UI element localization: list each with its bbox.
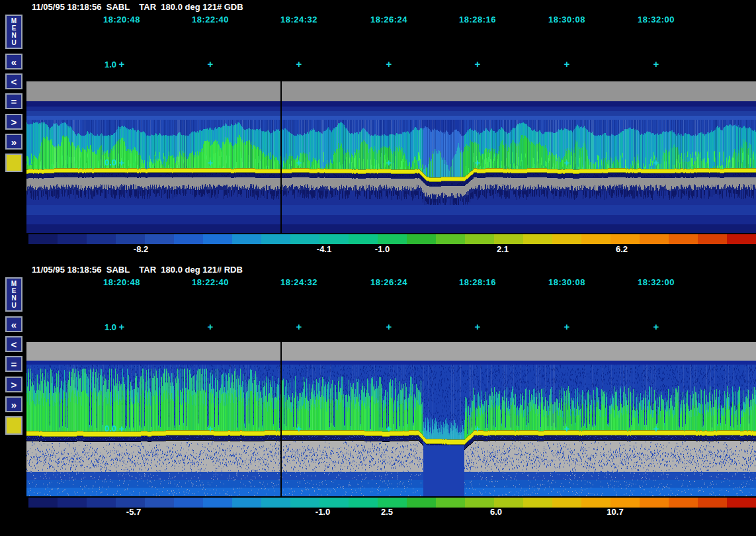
- rdb-header-text: 11/05/95 18:18:56 SABL TAR 180.0 deg 121…: [32, 265, 243, 275]
- colorbar-block: [523, 498, 552, 508]
- colorbar-block: [727, 498, 756, 508]
- colorbar-block: [523, 234, 552, 244]
- colorbar-tick-label: -1.0: [303, 507, 343, 517]
- time-tick-label: 18:28:16: [448, 277, 507, 287]
- rdb-fast-rewind-button[interactable]: «: [5, 316, 22, 332]
- altitude-plus-marker: +: [294, 158, 304, 167]
- colorbar-block: [610, 234, 640, 244]
- colorbar-block: [58, 498, 87, 508]
- gdb-pause-button[interactable]: =: [5, 93, 22, 109]
- rdb-color-swatch-button[interactable]: [5, 416, 22, 435]
- rdb-time-cursor[interactable]: [280, 342, 282, 496]
- colorbar-tick-label: -8.2: [121, 244, 161, 254]
- altitude-tick-label: 1.0: [97, 322, 116, 332]
- altitude-plus-marker: +: [384, 60, 394, 69]
- colorbar-block: [116, 498, 145, 508]
- colorbar-tick-label: 2.5: [367, 507, 407, 517]
- altitude-plus-marker: +: [384, 158, 394, 167]
- altitude-plus-marker: +: [117, 60, 126, 69]
- time-tick-label: 18:26:24: [359, 15, 419, 24]
- time-tick-label: 18:22:40: [181, 277, 240, 287]
- rdb-curtain-plot[interactable]: [26, 342, 756, 496]
- altitude-tick-label: 0.0: [97, 157, 116, 167]
- altitude-plus-marker: +: [651, 158, 661, 167]
- colorbar-block: [87, 234, 116, 244]
- altitude-plus-marker: +: [294, 424, 304, 433]
- colorbar-block: [232, 234, 261, 244]
- time-tick-label: 18:24:32: [269, 277, 329, 287]
- time-tick-label: 18:26:24: [359, 277, 419, 287]
- gdb-header-text: 11/05/95 18:18:56 SABL TAR 180.0 deg 121…: [32, 2, 243, 12]
- colorbar-block: [261, 498, 290, 508]
- colorbar-tick-label: -5.7: [114, 507, 153, 517]
- colorbar-block: [319, 234, 349, 244]
- gdb-color-swatch-button[interactable]: [5, 154, 22, 172]
- colorbar-block: [319, 498, 349, 508]
- colorbar-block: [378, 498, 407, 508]
- rdb-menu-button[interactable]: M E N U: [5, 277, 22, 312]
- colorbar-block: [407, 498, 436, 508]
- altitude-plus-marker: +: [294, 60, 304, 69]
- rdb-step-back-button[interactable]: <: [5, 336, 22, 352]
- colorbar-block: [669, 498, 698, 508]
- colorbar-tick-label: 2.1: [483, 244, 523, 254]
- gdb-colorbar: [28, 234, 756, 244]
- colorbar-block: [290, 498, 319, 508]
- rdb-fast-forward-button[interactable]: »: [5, 396, 22, 412]
- altitude-plus-marker: +: [117, 424, 126, 433]
- colorbar-block: [640, 498, 669, 508]
- gdb-fast-rewind-button[interactable]: «: [5, 54, 22, 69]
- colorbar-block: [203, 234, 232, 244]
- colorbar-block: [378, 234, 407, 244]
- colorbar-block: [552, 234, 581, 244]
- colorbar-block: [28, 234, 58, 244]
- altitude-plus-marker: +: [294, 322, 304, 332]
- colorbar-block: [669, 234, 698, 244]
- altitude-plus-marker: +: [562, 60, 571, 69]
- colorbar-block: [610, 498, 640, 508]
- colorbar-block: [145, 234, 174, 244]
- colorbar-block: [552, 498, 581, 508]
- time-tick-label: 18:30:08: [537, 277, 597, 287]
- rdb-colorbar: [28, 498, 756, 508]
- colorbar-block: [290, 234, 319, 244]
- colorbar-block: [174, 498, 203, 508]
- colorbar-tick-label: 6.0: [476, 507, 516, 517]
- colorbar-block: [465, 498, 494, 508]
- altitude-plus-marker: +: [651, 322, 661, 332]
- colorbar-block: [465, 234, 494, 244]
- altitude-plus-marker: +: [473, 158, 482, 167]
- colorbar-block: [581, 234, 610, 244]
- time-tick-label: 18:20:48: [92, 15, 151, 24]
- altitude-plus-marker: +: [562, 158, 571, 167]
- altitude-plus-marker: +: [206, 424, 215, 433]
- altitude-plus-marker: +: [117, 158, 126, 167]
- time-tick-label: 18:20:48: [92, 277, 151, 287]
- time-tick-label: 18:24:32: [269, 15, 329, 24]
- gdb-step-forward-button[interactable]: >: [5, 114, 22, 130]
- gdb-time-cursor[interactable]: [280, 81, 282, 233]
- time-tick-label: 18:32:00: [626, 15, 686, 24]
- altitude-plus-marker: +: [206, 60, 215, 69]
- gdb-fast-forward-button[interactable]: »: [5, 134, 22, 150]
- gdb-menu-button[interactable]: M E N U: [5, 15, 22, 49]
- colorbar-block: [28, 498, 58, 508]
- altitude-plus-marker: +: [117, 322, 126, 332]
- colorbar-block: [494, 498, 523, 508]
- altitude-plus-marker: +: [384, 424, 394, 433]
- colorbar-tick-label: 10.7: [595, 507, 635, 517]
- colorbar-block: [436, 234, 465, 244]
- gdb-step-back-button[interactable]: <: [5, 73, 22, 89]
- colorbar-block: [698, 234, 727, 244]
- colorbar-tick-label: -1.0: [362, 244, 402, 254]
- time-tick-label: 18:32:00: [626, 277, 686, 287]
- altitude-plus-marker: +: [473, 60, 482, 69]
- time-tick-label: 18:30:08: [537, 15, 597, 24]
- altitude-plus-marker: +: [562, 424, 571, 433]
- altitude-tick-label: 0.0: [97, 424, 116, 433]
- rdb-pause-button[interactable]: =: [5, 356, 22, 372]
- colorbar-block: [640, 234, 669, 244]
- colorbar-block: [581, 498, 610, 508]
- rdb-step-forward-button[interactable]: >: [5, 377, 22, 392]
- colorbar-block: [349, 498, 378, 508]
